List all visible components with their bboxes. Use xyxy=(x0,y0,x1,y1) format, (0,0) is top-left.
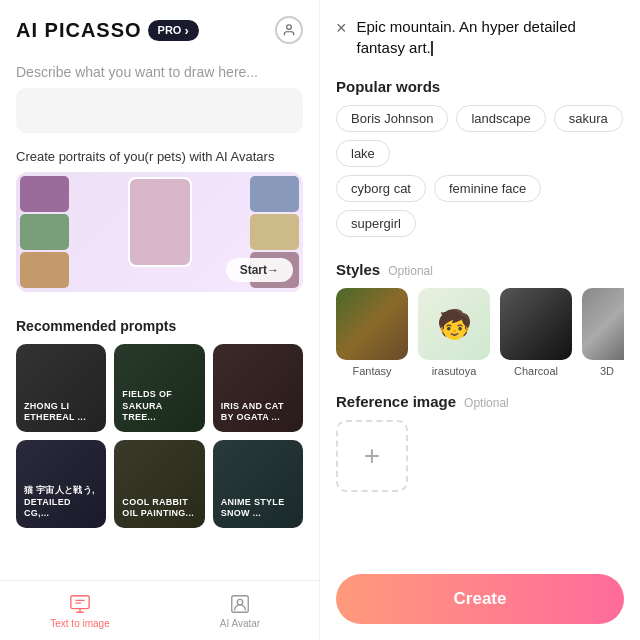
add-reference-image[interactable]: + xyxy=(336,420,408,492)
search-query: Epic mountain. An hyper detailed fantasy… xyxy=(357,18,576,56)
logo: AI PICASSO PRO xyxy=(16,19,199,42)
style-name-3d: 3D xyxy=(600,365,614,377)
styles-section: Styles Optional Fantasy 🧒 irasutoya Char… xyxy=(336,261,624,377)
pro-badge[interactable]: PRO xyxy=(148,20,199,41)
face-cell xyxy=(250,176,299,212)
reference-optional: Optional xyxy=(464,396,509,410)
tag-feminine-face[interactable]: feminine face xyxy=(434,175,541,202)
tag-cyborg-cat[interactable]: cyborg cat xyxy=(336,175,426,202)
center-area xyxy=(71,172,248,292)
user-avatar[interactable] xyxy=(275,16,303,44)
prompt-text-2: IRIS AND CAT BY OGATA ... xyxy=(221,401,295,424)
popular-section: Popular words Boris Johnson landscape sa… xyxy=(336,78,624,245)
left-faces xyxy=(16,172,71,292)
create-button[interactable]: Create xyxy=(336,574,624,624)
text-to-image-icon xyxy=(69,593,91,615)
popular-title: Popular words xyxy=(336,78,624,95)
styles-header: Styles Optional xyxy=(336,261,624,278)
right-panel: × Epic mountain. An hyper detailed fanta… xyxy=(320,0,640,640)
recommended-section: Recommended prompts ZHONG LI ETHEREAL ..… xyxy=(16,318,303,624)
face-cell xyxy=(20,214,69,250)
style-irasutoya[interactable]: 🧒 irasutoya xyxy=(418,288,490,377)
center-portrait xyxy=(128,177,192,267)
face-cell xyxy=(20,252,69,288)
prompt-card-4[interactable]: COOL RABBIT OIL PAINTING... xyxy=(114,440,204,528)
svg-point-0 xyxy=(287,25,292,30)
ai-avatar-icon xyxy=(229,593,251,615)
start-button[interactable]: Start→ xyxy=(226,258,293,282)
style-thumb-fantasy xyxy=(336,288,408,360)
nav-text-to-image[interactable]: Text to image xyxy=(0,593,160,629)
text-cursor xyxy=(431,41,433,56)
left-panel: AI PICASSO PRO Describe what you want to… xyxy=(0,0,320,640)
prompt-text-4: COOL RABBIT OIL PAINTING... xyxy=(122,497,196,520)
prompt-text-3: 猫 宇宙人と戦う, DETAILED CG,... xyxy=(24,485,98,520)
prompt-text-0: ZHONG LI ETHEREAL ... xyxy=(24,401,98,424)
nav-text-to-image-label: Text to image xyxy=(50,618,109,629)
app-name: AI PICASSO xyxy=(16,19,142,42)
search-bar: × Epic mountain. An hyper detailed fanta… xyxy=(336,16,624,58)
style-thumb-irasutoya: 🧒 xyxy=(418,288,490,360)
avatars-section: Create portraits of you(r pets) with AI … xyxy=(16,149,303,306)
plus-icon: + xyxy=(364,440,380,472)
prompt-text-1: FIELDS OF SAKURA TREE... xyxy=(122,389,196,424)
prompt-card-2[interactable]: IRIS AND CAT BY OGATA ... xyxy=(213,344,303,432)
styles-title: Styles xyxy=(336,261,380,278)
style-thumb-charcoal xyxy=(500,288,572,360)
reference-section: Reference image Optional + xyxy=(336,393,624,492)
style-fantasy[interactable]: Fantasy xyxy=(336,288,408,377)
tag-supergirl[interactable]: supergirl xyxy=(336,210,416,237)
prompt-card-5[interactable]: ANIME STYLE SNOW ... xyxy=(213,440,303,528)
styles-optional: Optional xyxy=(388,264,433,278)
recommended-title: Recommended prompts xyxy=(16,318,303,334)
nav-ai-avatar-label: AI Avatar xyxy=(220,618,260,629)
svg-rect-1 xyxy=(71,595,89,608)
describe-input-box[interactable] xyxy=(16,88,303,133)
avatars-banner[interactable]: Start→ xyxy=(16,172,303,292)
app-header: AI PICASSO PRO xyxy=(16,16,303,44)
style-name-charcoal: Charcoal xyxy=(514,365,558,377)
svg-point-3 xyxy=(237,599,243,605)
reference-header: Reference image Optional xyxy=(336,393,624,410)
tags-row-2: cyborg cat feminine face supergirl xyxy=(336,175,624,237)
tags-row-1: Boris Johnson landscape sakura lake xyxy=(336,105,624,167)
prompt-text-5: ANIME STYLE SNOW ... xyxy=(221,497,295,520)
search-text: Epic mountain. An hyper detailed fantasy… xyxy=(357,16,624,58)
reference-title: Reference image xyxy=(336,393,456,410)
style-name-fantasy: Fantasy xyxy=(352,365,391,377)
prompt-card-3[interactable]: 猫 宇宙人と戦う, DETAILED CG,... xyxy=(16,440,106,528)
tag-sakura[interactable]: sakura xyxy=(554,105,623,132)
tag-landscape[interactable]: landscape xyxy=(456,105,545,132)
avatars-label: Create portraits of you(r pets) with AI … xyxy=(16,149,303,164)
tag-lake[interactable]: lake xyxy=(336,140,390,167)
describe-label: Describe what you want to draw here... xyxy=(16,64,303,80)
styles-row: Fantasy 🧒 irasutoya Charcoal 3D xyxy=(336,288,624,377)
face-cell xyxy=(20,176,69,212)
bottom-nav: Text to image AI Avatar xyxy=(0,580,320,640)
face-cell xyxy=(250,214,299,250)
style-thumb-3d xyxy=(582,288,624,360)
tag-boris-johnson[interactable]: Boris Johnson xyxy=(336,105,448,132)
prompt-card-0[interactable]: ZHONG LI ETHEREAL ... xyxy=(16,344,106,432)
nav-ai-avatar[interactable]: AI Avatar xyxy=(160,593,320,629)
prompt-card-1[interactable]: FIELDS OF SAKURA TREE... xyxy=(114,344,204,432)
close-button[interactable]: × xyxy=(336,18,347,39)
style-charcoal[interactable]: Charcoal xyxy=(500,288,572,377)
style-name-irasutoya: irasutoya xyxy=(432,365,477,377)
style-3d[interactable]: 3D xyxy=(582,288,624,377)
